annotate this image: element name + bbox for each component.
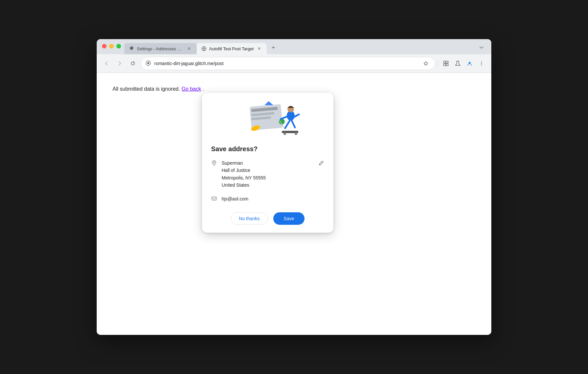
- globe-icon: [201, 46, 207, 51]
- traffic-lights: [102, 44, 121, 49]
- url-text: romantic-dirt-jaguar.glitch.me/post: [154, 61, 418, 66]
- svg-point-8: [481, 61, 482, 62]
- address-bar[interactable]: romantic-dirt-jaguar.glitch.me/post: [141, 57, 435, 70]
- svg-point-27: [213, 162, 215, 163]
- svg-point-10: [481, 65, 482, 66]
- popup-illustration: [202, 93, 333, 145]
- go-back-link[interactable]: Go back: [182, 86, 201, 92]
- extensions-button[interactable]: [441, 58, 451, 69]
- svg-point-9: [481, 63, 482, 64]
- reload-button[interactable]: [128, 58, 138, 69]
- popup-title: Save address?: [202, 145, 333, 153]
- tab-autofill-title: Autofill Test Post Target: [209, 46, 254, 51]
- svg-point-7: [469, 62, 471, 64]
- location-icon: [211, 160, 217, 168]
- address-section: Superman Hall of Justice Metropolis, NY …: [202, 159, 333, 189]
- page-content: All submitted data is ignored. Go back .…: [97, 73, 491, 335]
- navigation-bar: romantic-dirt-jaguar.glitch.me/post: [97, 54, 491, 73]
- svg-point-2: [147, 62, 149, 64]
- svg-rect-5: [444, 64, 446, 66]
- svg-marker-15: [264, 101, 273, 105]
- close-window-button[interactable]: [102, 44, 107, 49]
- no-thanks-button[interactable]: No thanks: [231, 212, 268, 225]
- svg-point-23: [283, 132, 286, 135]
- save-address-popup: ×: [202, 93, 333, 233]
- svg-rect-4: [446, 61, 448, 63]
- tab-autofill-close[interactable]: ✕: [256, 46, 262, 52]
- forward-button[interactable]: [114, 58, 125, 69]
- tab-autofill[interactable]: Autofill Test Post Target ✕: [197, 43, 267, 54]
- new-tab-button[interactable]: +: [268, 42, 279, 53]
- address-bar-actions: [422, 59, 430, 68]
- address-country: United States: [222, 181, 314, 189]
- svg-rect-6: [446, 64, 448, 66]
- address-details: Superman Hall of Justice Metropolis, NY …: [222, 159, 314, 189]
- address-name: Superman: [222, 159, 314, 167]
- svg-rect-3: [444, 61, 446, 63]
- title-bar: Settings - Addresses and mo ✕ Autofill T…: [97, 39, 491, 54]
- popup-buttons: No thanks Save: [202, 212, 333, 225]
- svg-point-24: [295, 132, 297, 135]
- tab-list: Settings - Addresses and mo ✕ Autofill T…: [124, 42, 279, 54]
- tab-dropdown-button[interactable]: [476, 42, 487, 53]
- tab-settings[interactable]: Settings - Addresses and mo ✕: [124, 43, 197, 54]
- email-address: hjs@aol.com: [222, 196, 248, 201]
- address-line2: Metropolis, NY 55555: [222, 174, 314, 181]
- address-line1: Hall of Justice: [222, 167, 314, 174]
- star-button[interactable]: [422, 59, 430, 68]
- maximize-window-button[interactable]: [116, 44, 121, 49]
- labs-button[interactable]: [453, 58, 463, 69]
- tab-settings-title: Settings - Addresses and mo: [137, 46, 184, 51]
- page-main-text: All submitted data is ignored. Go back .: [112, 86, 476, 92]
- tab-settings-close[interactable]: ✕: [186, 46, 192, 52]
- svg-line-21: [292, 121, 295, 128]
- back-button[interactable]: [101, 58, 112, 69]
- svg-line-26: [295, 114, 299, 117]
- menu-button[interactable]: [476, 58, 487, 69]
- browser-window: Settings - Addresses and mo ✕ Autofill T…: [97, 39, 491, 335]
- svg-line-20: [285, 121, 290, 128]
- email-section: hjs@aol.com: [202, 195, 333, 203]
- profile-button[interactable]: [464, 58, 475, 69]
- location-pin-icon: [146, 60, 151, 67]
- nav-action-buttons: [441, 58, 487, 69]
- illustration-svg: [233, 95, 302, 143]
- settings-icon: [129, 46, 134, 51]
- minimize-window-button[interactable]: [109, 44, 114, 49]
- email-icon: [211, 196, 217, 203]
- edit-address-button[interactable]: [318, 160, 324, 168]
- save-button[interactable]: Save: [273, 212, 305, 225]
- svg-rect-28: [212, 197, 216, 200]
- nav-divider: [438, 59, 438, 67]
